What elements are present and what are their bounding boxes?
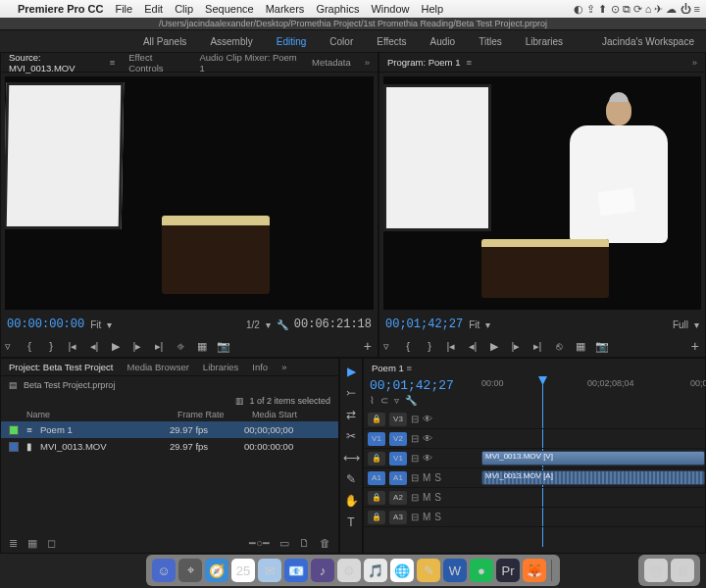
step-fwd-icon[interactable]: |▸ bbox=[509, 340, 523, 353]
icon-view-icon[interactable]: ▦ bbox=[27, 537, 37, 550]
panel-menu-icon[interactable]: » bbox=[281, 362, 286, 372]
menu-sequence[interactable]: Sequence bbox=[205, 3, 254, 15]
chevron-down-icon[interactable]: ▾ bbox=[485, 319, 490, 330]
timeline-tab[interactable]: Poem 1 bbox=[372, 363, 404, 373]
panel-menu-icon[interactable]: » bbox=[692, 57, 697, 68]
app-name[interactable]: Premiere Pro CC bbox=[18, 3, 103, 15]
source-zoom[interactable]: Fit bbox=[90, 319, 101, 330]
timeline-ruler[interactable]: 00:00 00;02;08;04 00;04;16;08 bbox=[479, 376, 705, 410]
dock-app-icon[interactable]: 📧 bbox=[284, 559, 308, 582]
ws-color[interactable]: Color bbox=[329, 36, 353, 47]
new-item-icon[interactable]: 🗋 bbox=[299, 537, 310, 549]
hand-tool-icon[interactable]: ✋ bbox=[344, 494, 359, 508]
trash-icon[interactable]: 🗑 bbox=[671, 559, 694, 582]
menu-markers[interactable]: Markers bbox=[266, 3, 305, 15]
zoom-slider[interactable]: ━○━ bbox=[249, 537, 270, 550]
eye-icon[interactable]: 👁 bbox=[423, 433, 432, 444]
go-to-out-icon[interactable]: ▸| bbox=[530, 340, 544, 353]
tab-effect-controls[interactable]: Effect Controls bbox=[128, 52, 185, 74]
label-swatch[interactable] bbox=[9, 442, 19, 452]
dock-app-icon[interactable]: ● bbox=[470, 559, 493, 582]
selection-tool-icon[interactable]: ▶ bbox=[347, 365, 356, 378]
in-point-icon[interactable]: { bbox=[23, 340, 36, 352]
track-target[interactable]: V2 bbox=[389, 432, 407, 446]
track-lock-icon[interactable]: 🔒 bbox=[368, 511, 385, 524]
source-resolution[interactable]: 1/2 bbox=[246, 319, 260, 330]
dock-app-icon[interactable]: Pr bbox=[496, 559, 520, 582]
step-back-icon[interactable]: ◂| bbox=[466, 340, 479, 353]
wrench-icon[interactable]: 🔧 bbox=[277, 319, 288, 330]
tab-libraries[interactable]: Libraries bbox=[203, 362, 238, 372]
freeform-view-icon[interactable]: ◻ bbox=[47, 537, 56, 550]
dock-app-icon[interactable]: ✎ bbox=[417, 559, 440, 582]
track-select-tool-icon[interactable]: ⤚ bbox=[346, 386, 356, 400]
tab-media-browser[interactable]: Media Browser bbox=[127, 362, 189, 372]
go-to-out-icon[interactable]: ▸| bbox=[152, 340, 166, 353]
razor-tool-icon[interactable]: ✂ bbox=[346, 429, 356, 443]
snap-icon[interactable]: ⌇ bbox=[370, 395, 375, 406]
export-frame-icon[interactable]: 📷 bbox=[217, 340, 230, 353]
out-point-icon[interactable]: } bbox=[44, 340, 58, 352]
ws-editing[interactable]: Editing bbox=[277, 36, 307, 47]
sync-lock-icon[interactable]: ⊟ bbox=[411, 414, 419, 424]
menu-edit[interactable]: Edit bbox=[144, 3, 163, 15]
program-zoom[interactable]: Fit bbox=[469, 319, 479, 330]
linked-selection-icon[interactable]: ⊂ bbox=[380, 395, 388, 406]
trash-icon[interactable]: 🗑 bbox=[320, 537, 330, 549]
go-to-in-icon[interactable]: |◂ bbox=[444, 340, 458, 353]
extract-icon[interactable]: ▦ bbox=[574, 340, 587, 353]
dock-app-icon[interactable]: 25 bbox=[231, 559, 255, 582]
menu-graphics[interactable]: Graphics bbox=[316, 3, 359, 15]
settings-icon[interactable]: 🔧 bbox=[405, 395, 417, 406]
ws-assembly[interactable]: Assembly bbox=[210, 36, 252, 47]
program-tc[interactable]: 00;01;42;27 bbox=[385, 318, 463, 331]
dock-app-icon[interactable]: 🦊 bbox=[523, 559, 546, 582]
button-editor-icon[interactable]: + bbox=[364, 338, 372, 354]
col-name[interactable]: Name bbox=[26, 410, 174, 419]
overwrite-icon[interactable]: ▦ bbox=[195, 340, 209, 353]
timeline-tracks[interactable]: MVI_0013.MOV [V] MVI_0013.MOV [A] bbox=[479, 410, 705, 553]
out-point-icon[interactable]: } bbox=[423, 340, 436, 352]
marker-icon[interactable]: ▿ bbox=[379, 340, 393, 353]
chevron-down-icon[interactable]: ▾ bbox=[694, 319, 699, 330]
panel-menu-icon[interactable]: » bbox=[365, 57, 370, 68]
chevron-down-icon[interactable]: ▾ bbox=[107, 319, 112, 330]
export-frame-icon[interactable]: 📷 bbox=[595, 340, 609, 353]
source-viewer[interactable] bbox=[5, 76, 374, 310]
tab-project[interactable]: Project: Beta Test Project bbox=[9, 362, 114, 372]
step-fwd-icon[interactable]: |▸ bbox=[130, 340, 144, 353]
project-item[interactable]: ≡ Poem 1 29.97 fps 00;00;00;00 bbox=[1, 421, 338, 438]
tab-info[interactable]: Info bbox=[252, 362, 268, 372]
dock-app-icon[interactable]: ☺ bbox=[152, 559, 176, 582]
go-to-in-icon[interactable]: |◂ bbox=[66, 340, 79, 353]
source-tc-in[interactable]: 00:00:00:00 bbox=[7, 318, 84, 331]
menu-window[interactable]: Window bbox=[371, 3, 409, 15]
play-icon[interactable]: ▶ bbox=[487, 340, 501, 353]
project-item[interactable]: ▮ MVI_0013.MOV 29.97 fps 00:00:00:00 bbox=[1, 438, 338, 455]
pen-tool-icon[interactable]: ✎ bbox=[346, 472, 356, 486]
dock-app-icon[interactable]: 🎵 bbox=[364, 559, 387, 582]
menu-help[interactable]: Help bbox=[422, 3, 444, 15]
ws-titles[interactable]: Titles bbox=[479, 36, 502, 47]
menu-clip[interactable]: Clip bbox=[175, 3, 193, 15]
track-target[interactable]: A3 bbox=[389, 511, 407, 524]
lift-icon[interactable]: ⎋ bbox=[552, 340, 566, 352]
chevron-down-icon[interactable]: ▾ bbox=[266, 319, 271, 330]
dock-app-icon[interactable]: ⌖ bbox=[178, 559, 202, 582]
track-target[interactable]: V3 bbox=[389, 413, 407, 426]
timeline-tc[interactable]: 00;01;42;27 bbox=[370, 378, 474, 393]
new-bin-icon[interactable]: ▭ bbox=[279, 537, 289, 550]
tab-program[interactable]: Program: Poem 1 bbox=[387, 57, 460, 68]
type-tool-icon[interactable]: T bbox=[347, 515, 354, 529]
ripple-tool-icon[interactable]: ⇄ bbox=[346, 408, 356, 421]
play-icon[interactable]: ▶ bbox=[109, 340, 123, 353]
dock-app-icon[interactable]: ▤ bbox=[644, 559, 668, 582]
marker-icon[interactable]: ▿ bbox=[1, 340, 15, 353]
video-clip[interactable]: MVI_0013.MOV [V] bbox=[481, 451, 705, 466]
track-lock-icon[interactable]: 🔒 bbox=[368, 491, 385, 505]
menu-file[interactable]: File bbox=[115, 3, 132, 15]
ws-audio[interactable]: Audio bbox=[430, 36, 456, 47]
dock-app-icon[interactable]: ✉ bbox=[258, 559, 281, 582]
sync-lock-icon[interactable]: ⊟ bbox=[411, 453, 419, 464]
marker-icon[interactable]: ▿ bbox=[394, 395, 399, 406]
